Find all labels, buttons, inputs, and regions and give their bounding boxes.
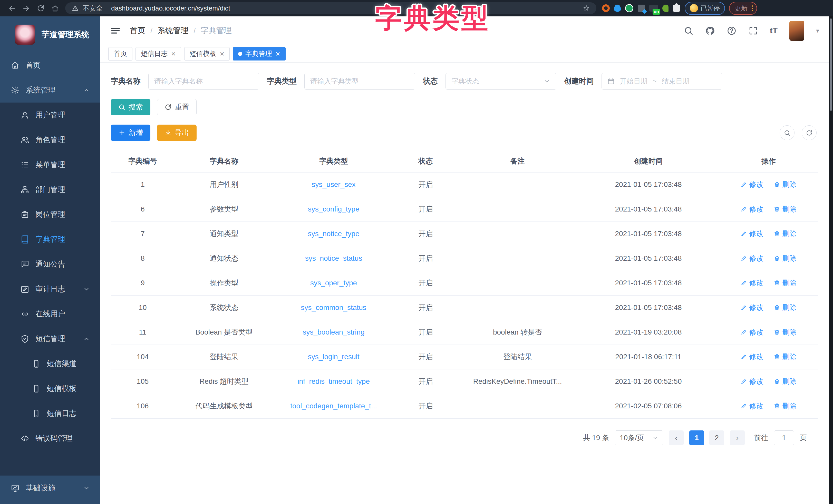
dict-type-link[interactable]: tool_codegen_template_t... [273, 394, 394, 419]
help-icon[interactable] [727, 26, 737, 35]
delete-link[interactable]: 删除 [774, 352, 796, 362]
user-avatar[interactable] [789, 21, 804, 41]
search-button[interactable]: 搜索 [111, 99, 150, 116]
export-button[interactable]: 导出 [157, 125, 196, 141]
delete-link[interactable]: 删除 [774, 254, 796, 263]
edit-link[interactable]: 修改 [741, 327, 763, 337]
reset-button[interactable]: 重置 [157, 99, 196, 116]
sidebar-item[interactable]: 短信管理 [0, 326, 100, 351]
sidebar-item[interactable]: 字典管理 [0, 227, 100, 252]
edit-link[interactable]: 修改 [741, 204, 763, 214]
tab[interactable]: 短信模板 × [184, 47, 230, 60]
sidebar-item[interactable]: 短信模板 [0, 376, 100, 401]
scrollbar-thumb[interactable] [830, 19, 832, 111]
dict-type-link[interactable]: sys_common_status [273, 295, 394, 320]
page-button[interactable]: 2 [709, 430, 724, 445]
edit-link[interactable]: 修改 [741, 401, 763, 411]
dict-type-link[interactable]: inf_redis_timeout_type [273, 369, 394, 394]
edit-link[interactable]: 修改 [741, 229, 763, 239]
browser-menu-icon[interactable] [752, 5, 753, 11]
extension-icon[interactable] [638, 5, 645, 12]
reload-icon[interactable] [33, 1, 48, 16]
dict-type-link[interactable]: sys_user_sex [273, 172, 394, 197]
prev-page-button[interactable]: ‹ [669, 430, 684, 445]
search-icon[interactable] [684, 26, 693, 35]
font-size-icon[interactable]: tT [770, 26, 778, 35]
close-icon[interactable]: × [276, 50, 280, 58]
sidebar-item[interactable]: 系统管理 [0, 78, 100, 103]
extension-icon[interactable] [602, 4, 610, 12]
back-icon[interactable] [5, 1, 19, 16]
sidebar-item[interactable]: 菜单管理 [0, 152, 100, 177]
delete-link[interactable]: 删除 [774, 278, 796, 288]
breadcrumb-home[interactable]: 首页 [130, 25, 145, 36]
fullscreen-icon[interactable] [748, 26, 758, 35]
breadcrumb-system[interactable]: 系统管理 [158, 25, 188, 36]
edit-link[interactable]: 修改 [741, 254, 763, 263]
tab[interactable]: 字典管理 × [233, 47, 286, 60]
sidebar-item[interactable]: 短信日志 [0, 401, 100, 426]
page-size-select[interactable]: 10条/页 [615, 430, 663, 445]
dict-type-link[interactable]: sys_login_result [273, 345, 394, 369]
page-button[interactable]: 1 [689, 430, 704, 445]
tab[interactable]: 首页 [108, 47, 133, 60]
delete-link[interactable]: 删除 [774, 180, 796, 190]
update-browser-button[interactable]: 更新 [729, 2, 757, 15]
address-bar[interactable]: 不安全 dashboard.yudao.iocoder.cn/system/di… [65, 2, 596, 14]
goto-page-input[interactable] [774, 430, 794, 445]
hamburger-icon[interactable] [110, 25, 121, 36]
sidebar-item[interactable]: 首页 [0, 53, 100, 78]
delete-link[interactable]: 删除 [774, 229, 796, 239]
dict-type-link[interactable]: sys_oper_type [273, 271, 394, 295]
search-toggle-icon[interactable] [780, 125, 794, 140]
github-icon[interactable] [705, 26, 715, 35]
dict-type-link[interactable]: sys_notice_status [273, 246, 394, 271]
next-page-button[interactable]: › [730, 430, 745, 445]
download-icon [165, 129, 172, 136]
edit-link[interactable]: 修改 [741, 303, 763, 312]
extension-icon[interactable] [662, 5, 668, 12]
scrollbar[interactable] [829, 17, 833, 504]
sidebar-item[interactable]: 岗位管理 [0, 202, 100, 227]
sidebar-item[interactable]: 在线用户 [0, 301, 100, 326]
delete-link[interactable]: 删除 [774, 377, 796, 386]
dict-type-input[interactable] [304, 73, 415, 90]
sidebar-item[interactable]: 通知公告 [0, 252, 100, 277]
extension-icon[interactable]: on [649, 5, 658, 11]
sidebar-item[interactable]: 短信渠道 [0, 351, 100, 376]
close-icon[interactable]: × [171, 50, 176, 58]
home-icon[interactable] [48, 1, 62, 16]
chevron-down-icon[interactable]: ▾ [816, 27, 819, 34]
delete-link[interactable]: 删除 [774, 204, 796, 214]
edit-link[interactable]: 修改 [741, 352, 763, 362]
sidebar-item[interactable]: 基础设施 [0, 476, 100, 500]
edit-link[interactable]: 修改 [741, 278, 763, 288]
tab[interactable]: 短信日志 × [136, 47, 181, 60]
delete-link[interactable]: 删除 [774, 401, 796, 411]
bookmark-star-icon[interactable] [583, 5, 590, 11]
sidebar-item[interactable]: 审计日志 [0, 277, 100, 301]
dict-type-link[interactable]: sys_notice_type [273, 222, 394, 246]
edit-link[interactable]: 修改 [741, 377, 763, 386]
dict-name-input[interactable] [148, 73, 259, 90]
add-button[interactable]: 新增 [111, 125, 150, 141]
extensions-puzzle-icon[interactable] [673, 5, 680, 12]
status-select[interactable]: 字典状态 [446, 73, 556, 90]
paused-extension-pill[interactable]: 已暂停 [685, 2, 725, 15]
refresh-table-icon[interactable] [802, 125, 816, 140]
edit-link[interactable]: 修改 [741, 180, 763, 190]
extension-icon[interactable] [614, 5, 621, 12]
delete-link[interactable]: 删除 [774, 303, 796, 312]
forward-icon[interactable] [19, 1, 33, 16]
sidebar-item[interactable]: 错误码管理 [0, 426, 100, 451]
close-icon[interactable]: × [220, 50, 224, 58]
delete-link[interactable]: 删除 [774, 327, 796, 337]
sidebar-item[interactable]: 角色管理 [0, 127, 100, 152]
extension-icon[interactable] [625, 4, 633, 12]
dict-type-link[interactable]: sys_config_type [273, 197, 394, 222]
app-logo-row[interactable]: 芋道管理系统 [0, 17, 100, 53]
sidebar-item[interactable]: 用户管理 [0, 103, 100, 127]
dict-type-link[interactable]: sys_boolean_string [273, 320, 394, 345]
date-range-picker[interactable]: 开始日期 ~ 结束日期 [601, 73, 722, 90]
sidebar-item[interactable]: 部门管理 [0, 177, 100, 202]
